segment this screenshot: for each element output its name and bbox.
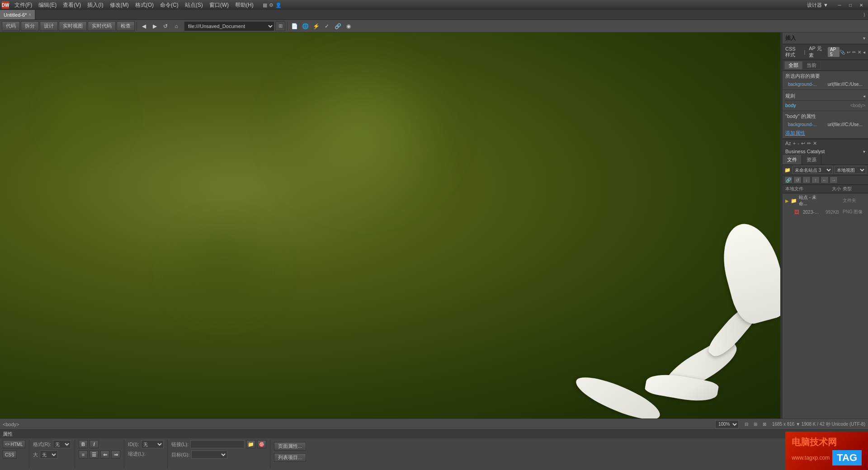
nav-back-button[interactable]: ◀ xyxy=(139,21,149,31)
menu-file[interactable]: 文件(F) xyxy=(12,0,35,10)
settings-icon[interactable]: ⚙ xyxy=(269,2,274,8)
document-tab-active[interactable]: Untitled-6* × xyxy=(0,10,35,19)
tab-close-icon[interactable]: × xyxy=(28,12,31,17)
css-panel-new-icon[interactable]: ↩ xyxy=(847,50,850,55)
insert-collapse-icon[interactable]: ▾ xyxy=(863,36,865,41)
site-folder-row[interactable]: ▶ 📁 站点 - 未命... 文件夹 xyxy=(783,193,868,208)
link-browse-icon[interactable]: 📁 xyxy=(246,440,255,448)
target-select[interactable] xyxy=(191,451,227,459)
workspace-icon[interactable]: ▦ xyxy=(263,2,267,8)
menu-command[interactable]: 命令(C) xyxy=(157,0,181,10)
indent-button[interactable]: ⇒ xyxy=(111,451,120,459)
page-properties-button[interactable]: 页面属性... xyxy=(274,442,306,451)
debug-icon[interactable]: ⚡ xyxy=(311,21,321,31)
html-tag-indicator[interactable]: <body> xyxy=(3,422,19,427)
main-layout: 插入 ▾ CSS样式 | AP 元素 AP 5 📎 ↩ ✏ ✕ ◂ xyxy=(0,33,868,418)
bc-connect-btn[interactable]: 🔗 xyxy=(784,176,793,183)
menu-edit[interactable]: 编辑(E) xyxy=(36,0,59,10)
props-css-btn[interactable]: CSS xyxy=(3,451,17,459)
view-design-button[interactable]: 设计 xyxy=(40,21,58,31)
menu-view[interactable]: 查看(V) xyxy=(60,0,84,10)
rule-body[interactable]: body <body> xyxy=(785,102,865,109)
menu-site[interactable]: 站点(S) xyxy=(182,0,206,10)
list-item-button[interactable]: 列表项目... xyxy=(274,453,306,462)
canvas-background xyxy=(0,33,780,418)
view-code-button[interactable]: 代码 xyxy=(2,21,20,31)
bc-download-btn[interactable]: ↓ xyxy=(802,176,811,183)
status-bar: <body> 100% 50% 75% 125% 150% 200% ⊟ ⊞ ⊠… xyxy=(0,418,868,429)
menu-bar: 文件(F) 编辑(E) 查看(V) 插入(I) 修改(M) 格式(O) 命令(C… xyxy=(12,0,256,10)
css-tool-delete-icon[interactable]: ✕ xyxy=(813,141,817,146)
menu-format[interactable]: 格式(O) xyxy=(132,0,156,10)
view-live-code-button[interactable]: 实时代码 xyxy=(88,21,116,31)
view-full-icon[interactable]: ⊠ xyxy=(760,420,769,428)
restore-button[interactable]: □ xyxy=(845,0,855,10)
preview-icon[interactable]: 🌐 xyxy=(300,21,310,31)
check-links-icon[interactable]: 🔗 xyxy=(333,21,343,31)
link-label: 链接(L): xyxy=(171,441,189,448)
address-go-button[interactable]: ⊞ xyxy=(275,21,285,31)
home-icon[interactable]: ⌂ xyxy=(171,21,181,31)
unordered-list-button[interactable]: ≡ xyxy=(79,451,88,459)
view-inspect-button[interactable]: 检查 xyxy=(117,21,135,31)
css-tab-current[interactable]: 当前 xyxy=(802,61,821,70)
menu-help[interactable]: 帮助(H) xyxy=(232,0,256,10)
outdent-button[interactable]: ⇐ xyxy=(100,451,109,459)
css-panel-edit-icon[interactable]: ✏ xyxy=(852,50,856,55)
view-split-button[interactable]: 拆分 xyxy=(21,21,39,31)
css-tool-edit-icon[interactable]: ✏ xyxy=(807,141,811,146)
bold-button[interactable]: B xyxy=(79,440,88,448)
view-standard-icon[interactable]: ⊟ xyxy=(742,420,750,428)
ap-elements-title[interactable]: AP 元素 xyxy=(809,45,822,59)
props-html-btn[interactable]: <> HTML xyxy=(3,440,25,448)
ordered-list-button[interactable]: ☰ xyxy=(90,451,99,459)
size-label: 大 xyxy=(33,451,38,458)
format-select[interactable]: 无 xyxy=(53,440,71,448)
format-label: 格式(R): xyxy=(33,441,51,448)
bc-sync-right-btn[interactable]: → xyxy=(830,176,838,183)
zoom-select[interactable]: 100% 50% 75% 125% 150% 200% xyxy=(715,420,739,428)
bc-site-select[interactable]: 未命名站点 3 xyxy=(793,166,833,174)
bc-sync-left-btn[interactable]: ← xyxy=(821,176,829,183)
view-live-button[interactable]: 实时视图 xyxy=(59,21,87,31)
bc-refresh-btn[interactable]: ↺ xyxy=(793,176,802,183)
tab-collapse-button[interactable]: ⟩ xyxy=(861,12,868,17)
nav-forward-button[interactable]: ▶ xyxy=(150,21,160,31)
italic-button[interactable]: I xyxy=(90,440,99,448)
css-tool-text-icon[interactable]: Az xyxy=(785,141,791,146)
menu-window[interactable]: 窗口(W) xyxy=(207,0,231,10)
bc-tab-files[interactable]: 文件 xyxy=(783,155,802,164)
close-button[interactable]: ✕ xyxy=(856,0,866,10)
css-tool-attach-icon[interactable]: ↩ xyxy=(801,141,805,146)
bc-tab-assets[interactable]: 资源 xyxy=(802,155,821,164)
css-panel-delete-icon[interactable]: ✕ xyxy=(858,50,861,55)
toolbar-separator-1 xyxy=(137,22,137,31)
css-panel-collapse-icon[interactable]: ◂ xyxy=(863,50,865,55)
css-panel-attach-icon[interactable]: 📎 xyxy=(840,50,845,55)
address-input[interactable]: file:///Unsaved_Document xyxy=(184,21,274,31)
view-expanded-icon[interactable]: ⊞ xyxy=(751,420,760,428)
user-icon[interactable]: 👤 xyxy=(275,2,282,8)
validate-icon[interactable]: ✓ xyxy=(322,21,332,31)
menu-modify[interactable]: 修改(M) xyxy=(107,0,132,10)
minimize-button[interactable]: ─ xyxy=(835,0,844,10)
add-property-link[interactable]: 添加属性 xyxy=(785,130,805,136)
file-management-icon[interactable]: 📄 xyxy=(289,21,299,31)
refresh-button[interactable]: ↺ xyxy=(160,21,170,31)
id-select[interactable]: 无 xyxy=(141,440,164,448)
file-row-1[interactable]: 🖼 2023-03-1... 992KB PNG 图像 xyxy=(783,208,868,216)
view-options-icon[interactable]: ◉ xyxy=(344,21,354,31)
rules-collapse-icon[interactable]: ◂ xyxy=(863,94,865,99)
site-folder-name: 站点 - 未命... xyxy=(799,194,823,207)
link-input[interactable] xyxy=(190,440,245,448)
size-select[interactable]: 无 xyxy=(40,451,58,459)
css-tool-plus-icon[interactable]: + xyxy=(793,141,796,146)
css-tab-all[interactable]: 全部 xyxy=(784,61,802,70)
file-icon-1: 🖼 xyxy=(794,209,799,215)
bc-collapse-icon[interactable]: ▾ xyxy=(863,149,865,154)
css-tool-minus-icon[interactable]: - xyxy=(797,141,799,146)
bc-upload-btn[interactable]: ↑ xyxy=(811,176,820,183)
link-target-icon[interactable]: 🎯 xyxy=(257,440,266,448)
bc-view-select[interactable]: 本地视图 xyxy=(835,166,866,174)
menu-insert[interactable]: 插入(I) xyxy=(85,0,106,10)
